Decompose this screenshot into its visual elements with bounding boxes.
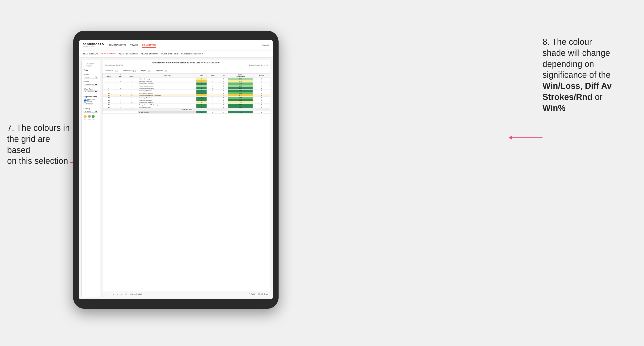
opponents-select-wrap: (All)	[114, 68, 121, 72]
rank-4: 4	[103, 82, 116, 85]
sub-nav-player-h2h-grid[interactable]: PLAYER H2H GRID	[162, 52, 178, 56]
col-loss: Loss	[207, 74, 219, 78]
win-vanderbilt: 0	[196, 80, 207, 82]
tablet-screen: SCOREBOARD Powered by clippd TOURNAMENTS…	[79, 40, 273, 299]
toolbar: ↩ ↪ ↺ ⊡ ⊞ 🕐 📊 View: Original 👁 Watch ▾ 💬…	[102, 291, 270, 297]
sign-out[interactable]: | Sign out	[261, 44, 269, 46]
toolbar-share[interactable]: Share	[264, 293, 268, 295]
loss-florida-state: 2	[207, 85, 219, 87]
rounds-florida-state: 12	[253, 85, 270, 87]
col-conf: #Conf	[126, 74, 138, 78]
col-rounds: Rounds	[253, 74, 270, 78]
rounds-arizona-state: 17	[253, 82, 270, 85]
overall-record: Overall Record: 89 - 17 - 0	[105, 64, 123, 66]
school-select[interactable]: 1. University of Nort...	[84, 90, 98, 93]
nav-teams[interactable]: TEAMS	[130, 43, 138, 48]
filter-opponent: Opponent (All)	[156, 68, 171, 72]
legend-level: Level	[88, 115, 91, 120]
opponent-select[interactable]: (All)	[164, 70, 171, 72]
toolbar-comment[interactable]: 💬	[258, 293, 260, 295]
sub-nav-player-h2h-heatmap[interactable]: PLAYER H2H HEATMAP	[181, 52, 203, 56]
loss-oklahoma: 1	[207, 101, 219, 104]
out-of-division-header: Out of division	[103, 108, 270, 111]
conf-9: 1	[126, 90, 138, 92]
tie-arkansas: 0	[219, 94, 228, 97]
toolbar-crop[interactable]: ⊡	[116, 293, 119, 295]
gender-select[interactable]: Men's	[84, 76, 98, 78]
toolbar-layout[interactable]: ⊞	[120, 293, 123, 295]
win-arkansas: 0	[196, 94, 207, 97]
sub-nav-team-h2h-heatmap[interactable]: TEAM H2H HEATMAP	[119, 52, 138, 56]
region-select[interactable]: (All)	[147, 70, 154, 72]
reg-4: -	[115, 82, 126, 85]
conf-15: 4	[126, 104, 138, 106]
legend-down: Down	[84, 115, 87, 120]
win-oklahoma: 1	[196, 101, 207, 104]
toolbar-grid-view[interactable]: ⊞	[261, 293, 263, 295]
opp-vanderbilt: Vanderbilt University	[138, 80, 196, 82]
table-row: 15 - 4 Georgia Institute of Technology 5…	[103, 104, 270, 106]
conf-11: 6	[126, 94, 138, 97]
diff-virginia: 2.33	[228, 97, 253, 99]
rounds-alabama: 6	[253, 92, 270, 94]
nav-tournaments[interactable]: TOURNAMENTS	[108, 43, 126, 48]
app-logo: SCOREBOARD Powered by clippd	[83, 43, 104, 47]
school-section: School (Rank) 1. University of Nort...	[84, 88, 98, 93]
toolbar-back[interactable]: ↩	[104, 293, 107, 295]
loss-auburn: 1	[207, 78, 219, 80]
rounds-texas-tech: 9	[253, 99, 270, 101]
sub-nav-player-summary[interactable]: PLAYER SUMMARY	[141, 52, 159, 56]
tablet-frame: SCOREBOARD Powered by clippd TOURNAMENTS…	[73, 31, 278, 309]
diff-florida: 4.62	[228, 106, 253, 108]
loss-vanderbilt: 4	[207, 80, 219, 82]
opp-oklahoma: University of Oklahoma	[138, 101, 196, 104]
rounds-virginia: 3	[253, 97, 270, 99]
toolbar-watch[interactable]: 👁 Watch ▾	[249, 293, 256, 295]
table-row: 4 - 1 Arizona State University 5 1 0 2.2…	[103, 82, 270, 85]
loss-alabama: 0	[207, 92, 219, 94]
sub-nav-team-summary[interactable]: TEAM SUMMARY	[83, 52, 98, 56]
reg-11: -	[115, 94, 126, 97]
col-win: Win	[196, 74, 207, 78]
table-scroll[interactable]: #Rank #Reg #Conf Opponent Win Loss Tie D…	[102, 74, 270, 291]
radio-top100[interactable]: Top 100	[84, 102, 98, 105]
table-row: 11 - 6 University of Arkansas, Fayettevi…	[103, 94, 270, 97]
sub-nav-team-h2h-grid[interactable]: TEAM H2H GRID	[101, 52, 116, 56]
toolbar-forward[interactable]: ↪	[108, 293, 111, 295]
win-arizona: 1	[196, 90, 207, 92]
reg-13: -	[115, 99, 126, 101]
diff-alabama: 2.61	[228, 92, 253, 94]
radio-opponents-played[interactable]: Opponents Played	[84, 99, 98, 102]
rounds-georgia-tech: 9	[253, 104, 270, 106]
opponents-select[interactable]: (All)	[114, 70, 121, 72]
toolbar-refresh[interactable]: ↺	[112, 293, 115, 295]
gender-section: Gender Men's	[84, 74, 98, 78]
opp-arizona: University of Arizona	[138, 90, 196, 92]
rounds-arkansas: 3	[253, 94, 270, 97]
reg-10: -	[115, 92, 126, 94]
toolbar-clock[interactable]: 🕐	[124, 293, 128, 295]
loss-arizona-state: 1	[207, 82, 219, 85]
opp-arizona-state: Arizona State University	[138, 82, 196, 85]
rounds-ncaa-d2: 3	[253, 111, 270, 114]
rounds-auburn: 9	[253, 78, 270, 80]
table-row: 8 - 2 University of Washington 1 0 0 3.6…	[103, 87, 270, 90]
conference-select[interactable]: (All)	[132, 70, 139, 72]
rounds-arizona: 2	[253, 90, 270, 92]
rounds-washington: 3	[253, 87, 270, 90]
tie-arizona-state: 0	[219, 82, 228, 85]
colour-by-select[interactable]: Win/loss	[84, 110, 98, 113]
rank-13: 13	[103, 99, 116, 101]
opp-ncaa-d2: NCAA Division II	[138, 111, 196, 114]
col-opponent: Opponent	[138, 74, 196, 78]
table-row: 14 - 0 University of Oklahoma 1 1 0 -1.0…	[103, 101, 270, 104]
nav-committee[interactable]: COMMITTEE	[142, 43, 156, 48]
division-select[interactable]: NCAA Division I	[84, 83, 98, 86]
rounds-vanderbilt: 8	[253, 80, 270, 82]
win-arizona-state: 5	[196, 82, 207, 85]
team-label: Team	[84, 69, 98, 71]
opp-texas-tech: Texas Tech University	[138, 99, 196, 101]
opp-virginia: University of Virginia	[138, 97, 196, 99]
tie-florida-state: 0	[219, 85, 228, 87]
tie-vanderbilt: 0	[219, 80, 228, 82]
